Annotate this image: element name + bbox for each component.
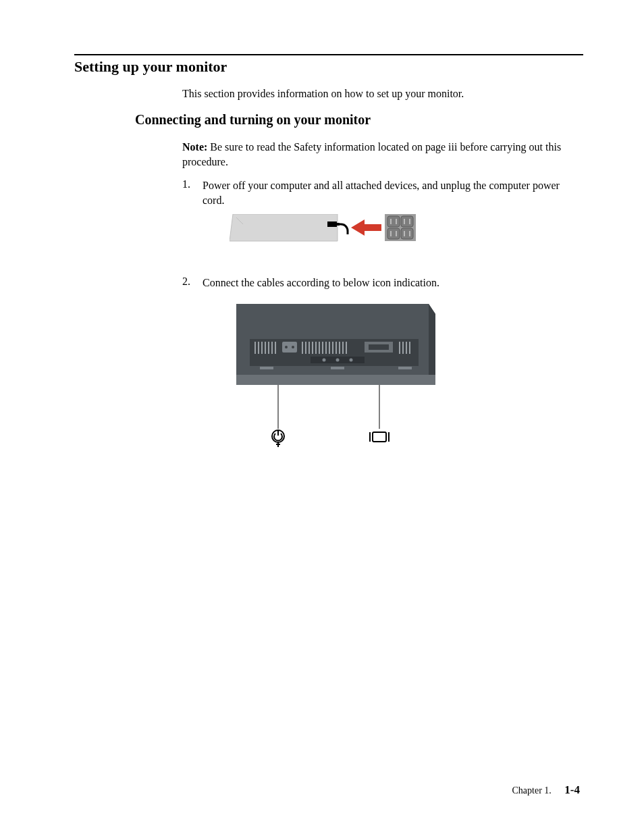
figure-monitor-ports <box>230 297 583 457</box>
svg-point-54 <box>336 358 340 361</box>
svg-rect-9 <box>401 228 413 239</box>
svg-rect-47 <box>369 344 389 350</box>
svg-rect-8 <box>387 228 400 239</box>
svg-rect-3 <box>336 223 340 226</box>
svg-rect-29 <box>282 342 297 353</box>
page-number: 1-4 <box>564 783 580 796</box>
list-item: 2. Connect the cables according to below… <box>182 276 583 468</box>
steps-list: 1. Power off your computer and all attac… <box>182 178 583 468</box>
step-number: 1. <box>182 178 203 267</box>
svg-rect-56 <box>260 367 273 369</box>
svg-point-30 <box>285 346 288 348</box>
svg-rect-2 <box>327 221 337 227</box>
document-page: Setting up your monitor This section pro… <box>0 0 644 834</box>
svg-rect-58 <box>398 367 412 369</box>
note-paragraph: Note: Be sure to read the Safety informa… <box>182 140 583 169</box>
power-icon <box>272 430 284 447</box>
list-item: 1. Power off your computer and all attac… <box>182 178 583 267</box>
note-label: Note: <box>182 141 207 153</box>
svg-rect-20 <box>236 375 435 385</box>
page-footer: Chapter 1. 1-4 <box>512 783 581 797</box>
svg-point-31 <box>292 346 294 348</box>
chapter-label: Chapter 1. <box>512 785 552 796</box>
svg-point-53 <box>323 358 326 361</box>
svg-rect-57 <box>331 367 344 369</box>
signal-port-icon <box>370 432 389 442</box>
svg-rect-6 <box>387 216 400 227</box>
step-text: Power off your computer and all attached… <box>203 178 583 267</box>
heading-2: Connecting and turning on your monitor <box>135 112 583 128</box>
svg-marker-4 <box>351 219 381 236</box>
note-text: Be sure to read the Safety information l… <box>182 141 561 167</box>
step-text: Connect the cables according to below ic… <box>203 276 583 468</box>
svg-rect-64 <box>373 432 386 442</box>
svg-rect-7 <box>401 216 413 227</box>
intro-text: This section provides information on how… <box>182 88 583 100</box>
figure-unplug <box>230 214 583 255</box>
svg-marker-0 <box>230 214 338 241</box>
horizontal-rule <box>74 54 583 55</box>
svg-marker-19 <box>429 304 435 385</box>
heading-1: Setting up your monitor <box>74 58 583 76</box>
step-number: 2. <box>182 276 203 468</box>
svg-point-55 <box>350 358 353 361</box>
